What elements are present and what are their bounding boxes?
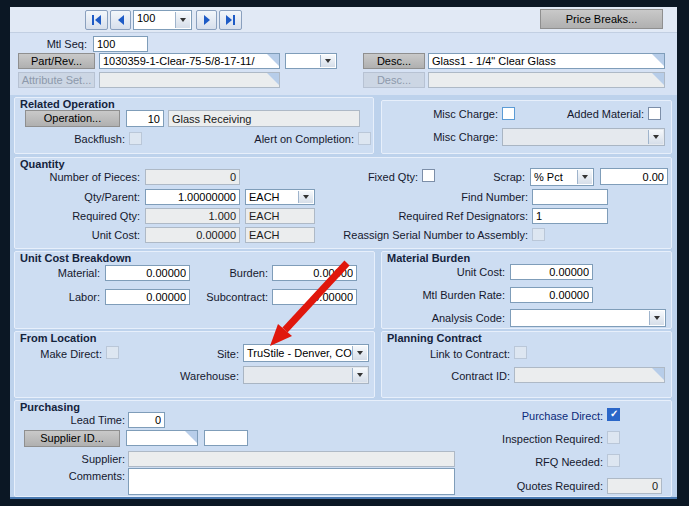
inspection-required-checkbox <box>607 431 620 444</box>
subcontract-input[interactable] <box>272 289 357 305</box>
labor-label: Labor: <box>28 291 100 304</box>
quantity-title: Quantity <box>20 158 65 171</box>
dropdown-arrow-icon[interactable] <box>175 12 190 28</box>
backflush-label: Backflush: <box>50 133 125 146</box>
first-record-button[interactable] <box>85 10 108 30</box>
part-rev-button[interactable]: Part/Rev... <box>18 53 95 69</box>
desc2-button: Desc... <box>363 72 425 88</box>
contract-id-field <box>514 367 665 383</box>
misc-charge-combo-label: Misc Charge: <box>420 131 498 144</box>
desc2-field <box>428 72 665 88</box>
mtl-burden-rate-input[interactable] <box>510 287 593 303</box>
supplier-id2-input[interactable] <box>204 430 248 446</box>
rfq-needed-label: RFQ Needed: <box>490 456 603 469</box>
unit-cost-breakdown-title: Unit Cost Breakdown <box>20 252 131 265</box>
unit-cost-field: 0.00000 <box>145 227 240 243</box>
purchase-direct-checkbox[interactable] <box>607 408 620 421</box>
browse-notch <box>267 73 279 85</box>
browse-notch <box>652 54 664 66</box>
number-of-pieces-label: Number of Pieces: <box>20 171 140 184</box>
rev-combo[interactable] <box>285 53 337 69</box>
make-direct-checkbox <box>106 346 119 359</box>
browse-notch <box>652 368 664 380</box>
warehouse-label: Warehouse: <box>167 370 239 383</box>
mtl-burden-rate-label: Mtl Burden Rate: <box>395 289 505 302</box>
required-ref-designators-label: Required Ref Designators: <box>348 210 528 223</box>
link-to-contract-label: Link to Contract: <box>400 348 510 361</box>
labor-input[interactable] <box>105 289 190 305</box>
alert-on-completion-label: Alert on Completion: <box>210 133 354 146</box>
previous-record-button[interactable] <box>110 10 131 30</box>
dropdown-arrow-icon <box>648 130 663 144</box>
browse-notch <box>652 73 664 85</box>
lead-time-label: Lead Time: <box>55 414 125 427</box>
site-label: Site: <box>190 348 239 361</box>
attribute-set-button: Attribute Set... <box>18 72 95 88</box>
purchasing-title: Purchasing <box>20 401 80 414</box>
browse-notch <box>267 54 279 66</box>
comments-textarea[interactable] <box>128 468 455 495</box>
qty-parent-input[interactable] <box>145 189 240 205</box>
supplier-label: Supplier: <box>55 453 125 466</box>
quotes-required-label: Quotes Required: <box>460 480 603 493</box>
required-ref-designators-input[interactable] <box>532 208 608 224</box>
supplier-id-field[interactable] <box>126 430 198 446</box>
dropdown-arrow-icon[interactable] <box>577 170 592 184</box>
operation-button[interactable]: Operation... <box>25 110 120 127</box>
fixed-qty-label: Fixed Qty: <box>358 171 418 184</box>
comments-label: Comments: <box>45 470 125 483</box>
desc-field[interactable]: Glass1 - 1/4" Clear Glass <box>428 53 665 69</box>
lead-time-input[interactable] <box>128 412 165 428</box>
alert-on-completion-checkbox <box>358 132 371 145</box>
analysis-code-combo[interactable] <box>510 309 666 327</box>
number-of-pieces-field: 0 <box>145 169 240 185</box>
planning-contract-title: Planning Contract <box>387 332 482 345</box>
attribute-set-field <box>99 72 280 88</box>
dropdown-arrow-icon[interactable] <box>298 191 313 203</box>
added-material-label: Added Material: <box>560 108 644 121</box>
warehouse-combo[interactable] <box>243 366 369 384</box>
qty-parent-uom-combo[interactable]: EACH <box>245 189 315 205</box>
price-breaks-button[interactable]: Price Breaks... <box>540 9 663 29</box>
last-record-button[interactable] <box>219 10 242 30</box>
added-material-checkbox[interactable] <box>648 107 661 120</box>
reassign-serial-label: Reassign Serial Number to Assembly: <box>300 229 528 242</box>
site-combo[interactable]: TruStile - Denver, CO <box>243 344 369 362</box>
burden-input[interactable] <box>272 265 357 281</box>
scrap-type-combo[interactable]: % Pct <box>530 168 594 186</box>
supplier-id-button[interactable]: Supplier ID... <box>24 430 120 447</box>
operation-seq-input[interactable] <box>126 110 164 127</box>
first-record-icon <box>92 15 94 25</box>
misc-charge-label: Misc Charge: <box>420 108 498 121</box>
part-rev-field[interactable]: 1030359-1-Clear-75-5/8-17-11/ <box>99 53 280 69</box>
record-selector-combo[interactable]: 100 <box>133 10 192 30</box>
scrap-value-input[interactable] <box>600 168 668 185</box>
material-label: Material: <box>28 267 100 280</box>
mb-unit-cost-input[interactable] <box>510 264 593 280</box>
find-number-input[interactable] <box>532 189 608 205</box>
material-input[interactable] <box>105 265 190 281</box>
dropdown-arrow-icon[interactable] <box>320 55 335 67</box>
misc-charge-combo <box>502 128 665 146</box>
desc-button[interactable]: Desc... <box>363 53 425 69</box>
mtl-seq-label: Mtl Seq: <box>30 38 87 51</box>
backflush-checkbox <box>129 132 142 145</box>
mtl-seq-input[interactable] <box>93 36 148 52</box>
misc-charge-checkbox[interactable] <box>502 107 515 120</box>
dropdown-arrow-icon[interactable] <box>352 346 367 360</box>
fixed-qty-checkbox[interactable] <box>422 169 435 182</box>
link-to-contract-checkbox <box>514 346 527 359</box>
operation-desc-field: Glass Receiving <box>168 110 360 127</box>
qty-parent-label: Qty/Parent: <box>40 191 140 204</box>
find-number-label: Find Number: <box>430 191 528 204</box>
next-record-button[interactable] <box>196 10 217 30</box>
material-burden-title: Material Burden <box>387 252 470 265</box>
dropdown-arrow-icon[interactable] <box>649 311 664 325</box>
mb-unit-cost-label: Unit Cost: <box>395 266 505 279</box>
record-selector-value: 100 <box>137 12 155 24</box>
purchase-direct-label: Purchase Direct: <box>490 410 603 423</box>
quotes-required-field: 0 <box>607 478 662 494</box>
scrap-label: Scrap: <box>482 171 525 184</box>
rfq-needed-checkbox <box>607 454 620 467</box>
dropdown-arrow-icon[interactable] <box>352 368 367 382</box>
